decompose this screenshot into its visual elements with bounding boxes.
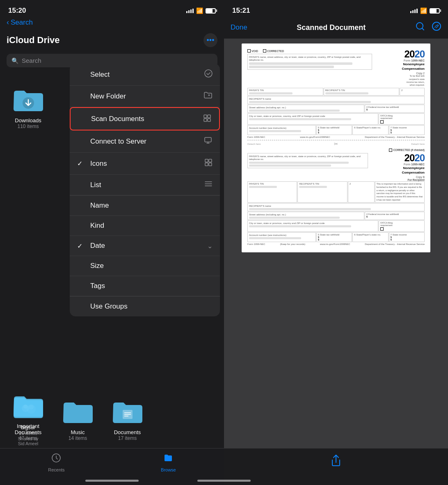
kind-label: Kind (90, 222, 104, 230)
folder-important-docs-icon (10, 389, 47, 421)
folder-downloads[interactable]: Downloads 110 items (7, 83, 50, 129)
menu-item-kind[interactable]: Kind (70, 216, 220, 236)
browse-tab-label: Browse (161, 467, 176, 472)
menu-item-use-groups[interactable]: Use Groups (70, 297, 220, 316)
date-label: Date (90, 242, 105, 250)
use-groups-label: Use Groups (90, 302, 128, 311)
music-folder-name: Music (71, 429, 85, 435)
menu-item-select[interactable]: Select (70, 64, 220, 86)
tags-label: Tags (90, 282, 105, 290)
status-bar-right: 15:21 📶 (224, 0, 448, 18)
svg-rect-9 (209, 163, 212, 166)
status-icons-left: 📶 (186, 7, 216, 14)
date-checkmark-icon: ✓ (77, 242, 85, 250)
menu-item-connect-server[interactable]: Connect to Server (70, 130, 220, 153)
status-icons-right: 📶 (410, 7, 440, 14)
done-button[interactable]: Done (231, 23, 247, 32)
select-label: Select (90, 71, 110, 79)
right-panel: 15:21 📶 Done Scanned Document (224, 0, 448, 485)
important-docs-name: ImportantDocuments (15, 423, 42, 435)
header-actions (415, 21, 441, 34)
downloads-folder-count: 110 items (17, 124, 39, 129)
left-panel: 15:20 📶 ‹ Search iCloud Drive ••• 🔍 (0, 0, 224, 485)
document-title: Scanned Document (297, 23, 366, 32)
svg-rect-7 (209, 159, 212, 162)
back-chevron-icon: ‹ (7, 18, 9, 27)
time-right: 15:21 (232, 7, 250, 15)
search-input[interactable]: Search (22, 57, 41, 64)
select-icon (204, 69, 213, 80)
downloads-folder-name: Downloads (15, 117, 41, 124)
scan-documents-label: Scan Documents (91, 115, 144, 123)
folder-downloads-icon (10, 83, 47, 116)
svg-rect-6 (205, 159, 208, 162)
search-button[interactable] (415, 21, 425, 34)
folder-music-icon (59, 395, 96, 428)
scan-documents-icon (203, 114, 212, 124)
connect-server-label: Connect to Server (90, 137, 146, 146)
context-menu: Select New Folder (70, 64, 220, 316)
documents-folder-name: Documents (114, 429, 141, 435)
back-nav[interactable]: ‹ Search (0, 18, 224, 30)
folder-music[interactable]: Music 14 items (56, 395, 99, 441)
wifi-right-icon: 📶 (420, 7, 427, 14)
time-left: 15:20 (8, 7, 26, 15)
connect-server-icon (203, 136, 213, 146)
signal-bars-right-icon (410, 9, 418, 13)
document-header: Done Scanned Document (224, 18, 448, 39)
icons-checkmark-icon: ✓ (77, 160, 85, 167)
icons-grid-icon (204, 158, 213, 169)
svg-rect-4 (208, 119, 210, 121)
folder-documents[interactable]: Documents 17 items (106, 395, 149, 441)
search-icon: 🔍 (11, 57, 18, 64)
svg-point-0 (205, 70, 212, 77)
folder-documents-icon (109, 395, 146, 428)
name-label: Name (90, 201, 109, 210)
tab-browse[interactable]: Browse (161, 453, 176, 472)
menu-item-size[interactable]: Size (70, 256, 220, 276)
ellipsis-icon: ••• (207, 36, 215, 45)
home-indicator (85, 480, 139, 482)
new-folder-label: New Folder (90, 92, 126, 101)
home-indicator-right (197, 480, 251, 482)
svg-rect-1 (204, 115, 207, 118)
menu-item-list[interactable]: List (70, 175, 220, 195)
important-docs-count: 47 items (19, 435, 37, 441)
battery-icon (206, 8, 216, 14)
status-bar-left: 15:20 📶 (0, 0, 224, 18)
menu-item-name[interactable]: Name (70, 196, 220, 216)
icons-label: Icons (90, 160, 107, 168)
svg-rect-3 (204, 119, 207, 121)
folders-row3: ImportantDocuments 47 items Music 14 ite… (0, 389, 155, 446)
wifi-icon: 📶 (196, 7, 203, 14)
recents-icon (51, 453, 62, 466)
svg-point-24 (432, 22, 441, 30)
new-folder-icon (203, 92, 213, 101)
menu-item-tags[interactable]: Tags (70, 276, 220, 296)
list-label: List (90, 181, 101, 189)
tab-bar: Recents Browse (0, 448, 224, 485)
folder-important-docs[interactable]: ImportantDocuments 47 items (7, 389, 50, 441)
menu-item-date[interactable]: ✓ Date ⌄ (70, 236, 220, 256)
documents-folder-count: 17 items (118, 435, 137, 441)
more-options-button[interactable]: ••• (203, 33, 217, 47)
share-button[interactable] (330, 454, 342, 469)
svg-rect-2 (208, 115, 210, 118)
svg-rect-5 (205, 137, 211, 142)
back-label: Search (11, 18, 33, 27)
document-page-1: VOID CORRECTED PAYER'S name, street addr… (242, 43, 430, 252)
battery-right-icon (430, 8, 440, 14)
menu-item-new-folder[interactable]: New Folder (70, 86, 220, 107)
chevron-down-icon: ⌄ (207, 242, 213, 250)
browse-icon (163, 453, 174, 466)
recents-tab-label: Recents (48, 467, 64, 472)
menu-item-scan-documents[interactable]: Scan Documents (70, 107, 220, 130)
markup-button[interactable] (432, 21, 441, 34)
size-label: Size (90, 262, 104, 270)
menu-item-icons[interactable]: ✓ Icons (70, 153, 220, 175)
document-view-area: VOID CORRECTED PAYER'S name, street addr… (224, 39, 448, 448)
tab-recents[interactable]: Recents (48, 453, 64, 472)
document-bottom-bar (224, 448, 448, 485)
icloud-title: iCloud Drive (7, 35, 60, 46)
list-icon (204, 181, 213, 189)
